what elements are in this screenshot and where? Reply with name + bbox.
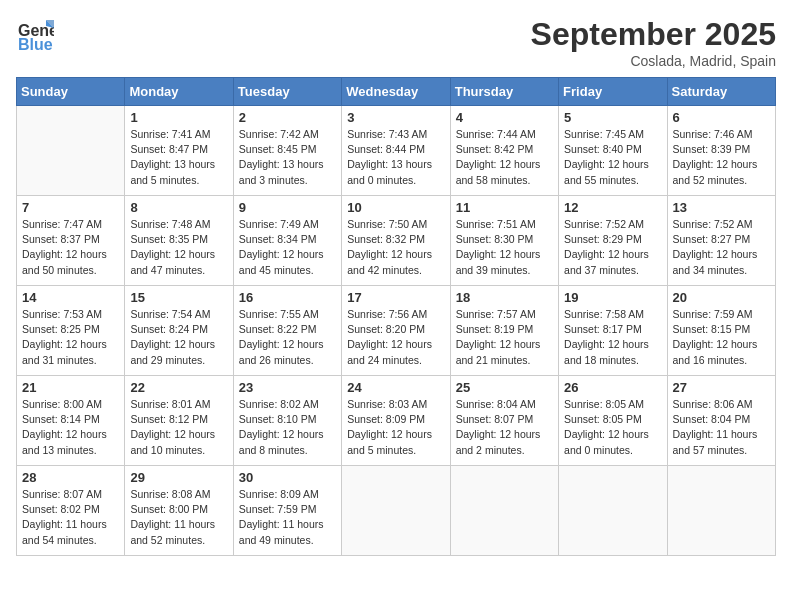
cell-line: and 31 minutes.	[22, 353, 119, 368]
cell-line: Sunrise: 7:52 AM	[564, 217, 661, 232]
cell-line: Sunrise: 7:50 AM	[347, 217, 444, 232]
cell-line: Daylight: 12 hours	[673, 157, 770, 172]
cell-line: and 47 minutes.	[130, 263, 227, 278]
cell-line: Daylight: 11 hours	[239, 517, 336, 532]
day-number: 25	[456, 380, 553, 395]
cell-line: Sunrise: 7:55 AM	[239, 307, 336, 322]
day-number: 23	[239, 380, 336, 395]
cell-line: and 0 minutes.	[347, 173, 444, 188]
cell-line: Sunrise: 7:48 AM	[130, 217, 227, 232]
cell-line: Sunset: 8:14 PM	[22, 412, 119, 427]
cell-line: and 5 minutes.	[347, 443, 444, 458]
cell-line: Sunset: 8:45 PM	[239, 142, 336, 157]
cell-line: and 45 minutes.	[239, 263, 336, 278]
cell-line: Sunrise: 8:04 AM	[456, 397, 553, 412]
day-header-sunday: Sunday	[17, 78, 125, 106]
day-number: 18	[456, 290, 553, 305]
cell-line: and 21 minutes.	[456, 353, 553, 368]
calendar-cell	[559, 466, 667, 556]
week-row-5: 28Sunrise: 8:07 AMSunset: 8:02 PMDayligh…	[17, 466, 776, 556]
day-number: 12	[564, 200, 661, 215]
cell-line: Daylight: 12 hours	[564, 157, 661, 172]
day-number: 21	[22, 380, 119, 395]
cell-line: and 54 minutes.	[22, 533, 119, 548]
cell-line: and 2 minutes.	[456, 443, 553, 458]
cell-line: and 57 minutes.	[673, 443, 770, 458]
cell-line: Sunrise: 7:45 AM	[564, 127, 661, 142]
cell-line: Sunset: 8:34 PM	[239, 232, 336, 247]
cell-line: and 5 minutes.	[130, 173, 227, 188]
logo: General Blue	[16, 16, 54, 58]
cell-line: and 0 minutes.	[564, 443, 661, 458]
cell-line: Sunrise: 8:09 AM	[239, 487, 336, 502]
cell-line: Sunrise: 7:58 AM	[564, 307, 661, 322]
cell-line: Sunset: 8:24 PM	[130, 322, 227, 337]
cell-line: and 26 minutes.	[239, 353, 336, 368]
cell-line: and 16 minutes.	[673, 353, 770, 368]
calendar-cell: 10Sunrise: 7:50 AMSunset: 8:32 PMDayligh…	[342, 196, 450, 286]
cell-line: Sunset: 8:20 PM	[347, 322, 444, 337]
cell-line: Daylight: 11 hours	[22, 517, 119, 532]
svg-text:Blue: Blue	[18, 36, 53, 53]
calendar-cell: 17Sunrise: 7:56 AMSunset: 8:20 PMDayligh…	[342, 286, 450, 376]
cell-line: and 18 minutes.	[564, 353, 661, 368]
cell-line: Daylight: 12 hours	[239, 247, 336, 262]
cell-line: Sunrise: 8:01 AM	[130, 397, 227, 412]
cell-line: Sunset: 8:42 PM	[456, 142, 553, 157]
cell-line: Daylight: 11 hours	[673, 427, 770, 442]
calendar-cell: 27Sunrise: 8:06 AMSunset: 8:04 PMDayligh…	[667, 376, 775, 466]
day-header-thursday: Thursday	[450, 78, 558, 106]
calendar-cell: 20Sunrise: 7:59 AMSunset: 8:15 PMDayligh…	[667, 286, 775, 376]
cell-line: Daylight: 12 hours	[239, 337, 336, 352]
cell-line: Sunset: 8:05 PM	[564, 412, 661, 427]
cell-line: Daylight: 12 hours	[456, 247, 553, 262]
cell-line: Sunrise: 7:42 AM	[239, 127, 336, 142]
cell-line: Sunset: 7:59 PM	[239, 502, 336, 517]
cell-line: Daylight: 12 hours	[22, 337, 119, 352]
cell-line: Sunrise: 8:08 AM	[130, 487, 227, 502]
day-number: 10	[347, 200, 444, 215]
cell-line: Sunrise: 7:47 AM	[22, 217, 119, 232]
cell-line: Sunset: 8:25 PM	[22, 322, 119, 337]
cell-line: Sunset: 8:12 PM	[130, 412, 227, 427]
location: Coslada, Madrid, Spain	[531, 53, 776, 69]
cell-line: and 52 minutes.	[130, 533, 227, 548]
day-number: 29	[130, 470, 227, 485]
day-number: 24	[347, 380, 444, 395]
week-row-4: 21Sunrise: 8:00 AMSunset: 8:14 PMDayligh…	[17, 376, 776, 466]
calendar-cell: 24Sunrise: 8:03 AMSunset: 8:09 PMDayligh…	[342, 376, 450, 466]
cell-line: Sunrise: 7:56 AM	[347, 307, 444, 322]
cell-line: Sunrise: 7:49 AM	[239, 217, 336, 232]
calendar-cell: 28Sunrise: 8:07 AMSunset: 8:02 PMDayligh…	[17, 466, 125, 556]
day-number: 14	[22, 290, 119, 305]
cell-line: Sunset: 8:04 PM	[673, 412, 770, 427]
cell-line: Sunrise: 8:00 AM	[22, 397, 119, 412]
cell-line: Daylight: 12 hours	[456, 337, 553, 352]
cell-line: Daylight: 12 hours	[564, 427, 661, 442]
calendar-cell: 3Sunrise: 7:43 AMSunset: 8:44 PMDaylight…	[342, 106, 450, 196]
cell-line: Daylight: 12 hours	[130, 337, 227, 352]
day-header-monday: Monday	[125, 78, 233, 106]
calendar-cell: 9Sunrise: 7:49 AMSunset: 8:34 PMDaylight…	[233, 196, 341, 286]
cell-line: and 50 minutes.	[22, 263, 119, 278]
day-header-tuesday: Tuesday	[233, 78, 341, 106]
cell-line: Sunset: 8:07 PM	[456, 412, 553, 427]
calendar-cell: 26Sunrise: 8:05 AMSunset: 8:05 PMDayligh…	[559, 376, 667, 466]
day-number: 16	[239, 290, 336, 305]
calendar-cell: 22Sunrise: 8:01 AMSunset: 8:12 PMDayligh…	[125, 376, 233, 466]
day-number: 19	[564, 290, 661, 305]
week-row-1: 1Sunrise: 7:41 AMSunset: 8:47 PMDaylight…	[17, 106, 776, 196]
cell-line: Daylight: 12 hours	[22, 427, 119, 442]
calendar-cell: 30Sunrise: 8:09 AMSunset: 7:59 PMDayligh…	[233, 466, 341, 556]
calendar-cell: 19Sunrise: 7:58 AMSunset: 8:17 PMDayligh…	[559, 286, 667, 376]
calendar-cell: 16Sunrise: 7:55 AMSunset: 8:22 PMDayligh…	[233, 286, 341, 376]
cell-line: Daylight: 12 hours	[22, 247, 119, 262]
calendar-header-row: SundayMondayTuesdayWednesdayThursdayFrid…	[17, 78, 776, 106]
cell-line: Sunrise: 7:41 AM	[130, 127, 227, 142]
cell-line: and 29 minutes.	[130, 353, 227, 368]
cell-line: Sunset: 8:40 PM	[564, 142, 661, 157]
calendar-cell: 1Sunrise: 7:41 AMSunset: 8:47 PMDaylight…	[125, 106, 233, 196]
day-number: 7	[22, 200, 119, 215]
cell-line: Sunset: 8:39 PM	[673, 142, 770, 157]
cell-line: Sunrise: 7:52 AM	[673, 217, 770, 232]
